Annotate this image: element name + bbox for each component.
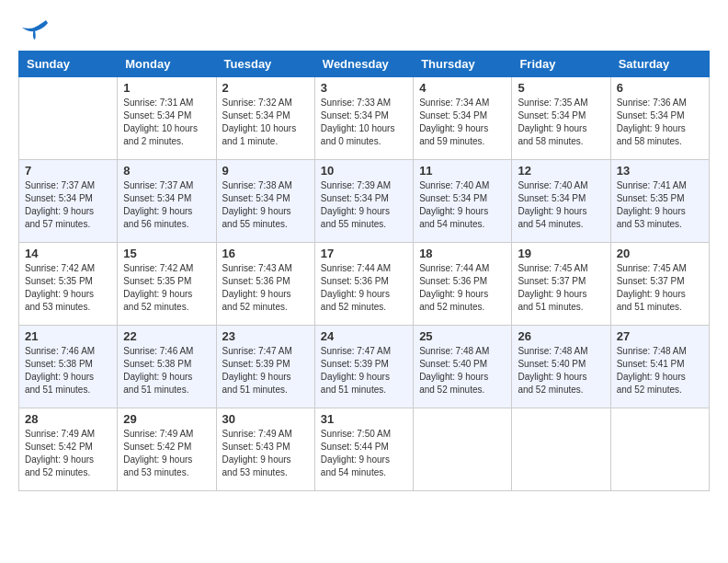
day-info: Sunrise: 7:35 AMSunset: 5:34 PMDaylight:… bbox=[518, 97, 604, 148]
day-number: 15 bbox=[123, 247, 210, 260]
day-number: 30 bbox=[222, 412, 309, 426]
calendar-cell: 27Sunrise: 7:48 AMSunset: 5:41 PMDayligh… bbox=[610, 326, 709, 408]
day-number: 1 bbox=[123, 81, 210, 95]
calendar-cell: 17Sunrise: 7:44 AMSunset: 5:36 PMDayligh… bbox=[314, 243, 413, 326]
day-info: Sunrise: 7:47 AMSunset: 5:39 PMDaylight:… bbox=[222, 345, 309, 396]
weekday-header-thursday: Thursday bbox=[414, 52, 512, 77]
day-number: 2 bbox=[222, 81, 309, 95]
day-info: Sunrise: 7:47 AMSunset: 5:39 PMDaylight:… bbox=[321, 345, 407, 396]
calendar-cell: 18Sunrise: 7:44 AMSunset: 5:36 PMDayligh… bbox=[414, 243, 512, 326]
calendar-cell: 3Sunrise: 7:33 AMSunset: 5:34 PMDaylight… bbox=[314, 77, 413, 160]
page-header bbox=[18, 18, 710, 41]
day-info: Sunrise: 7:39 AMSunset: 5:34 PMDaylight:… bbox=[321, 179, 407, 231]
day-number: 24 bbox=[321, 329, 407, 343]
weekday-header-friday: Friday bbox=[512, 52, 610, 77]
day-info: Sunrise: 7:49 AMSunset: 5:42 PMDaylight:… bbox=[25, 428, 111, 479]
calendar-cell: 16Sunrise: 7:43 AMSunset: 5:36 PMDayligh… bbox=[216, 243, 314, 326]
calendar-cell: 10Sunrise: 7:39 AMSunset: 5:34 PMDayligh… bbox=[314, 160, 413, 243]
day-number: 29 bbox=[123, 412, 210, 426]
calendar-cell: 13Sunrise: 7:41 AMSunset: 5:35 PMDayligh… bbox=[610, 160, 709, 243]
calendar-cell bbox=[19, 77, 118, 160]
day-info: Sunrise: 7:32 AMSunset: 5:34 PMDaylight:… bbox=[222, 97, 309, 148]
weekday-header-monday: Monday bbox=[118, 52, 216, 77]
day-number: 6 bbox=[617, 81, 703, 95]
day-number: 4 bbox=[419, 81, 506, 95]
day-info: Sunrise: 7:40 AMSunset: 5:34 PMDaylight:… bbox=[518, 179, 604, 231]
day-number: 12 bbox=[518, 164, 604, 178]
day-number: 17 bbox=[321, 247, 407, 260]
day-number: 7 bbox=[25, 164, 111, 178]
day-number: 28 bbox=[25, 412, 111, 426]
day-info: Sunrise: 7:33 AMSunset: 5:34 PMDaylight:… bbox=[321, 97, 407, 148]
day-number: 18 bbox=[419, 247, 506, 260]
day-info: Sunrise: 7:50 AMSunset: 5:44 PMDaylight:… bbox=[321, 428, 407, 479]
day-info: Sunrise: 7:46 AMSunset: 5:38 PMDaylight:… bbox=[25, 345, 111, 396]
calendar-cell: 23Sunrise: 7:47 AMSunset: 5:39 PMDayligh… bbox=[216, 326, 314, 408]
calendar-cell: 14Sunrise: 7:42 AMSunset: 5:35 PMDayligh… bbox=[19, 243, 118, 326]
weekday-header-wednesday: Wednesday bbox=[314, 52, 413, 77]
day-info: Sunrise: 7:31 AMSunset: 5:34 PMDaylight:… bbox=[123, 97, 210, 148]
calendar-cell: 25Sunrise: 7:48 AMSunset: 5:40 PMDayligh… bbox=[414, 326, 512, 408]
day-number: 20 bbox=[617, 247, 703, 260]
day-info: Sunrise: 7:37 AMSunset: 5:34 PMDaylight:… bbox=[25, 179, 111, 231]
day-info: Sunrise: 7:37 AMSunset: 5:34 PMDaylight:… bbox=[123, 179, 210, 231]
calendar-table: SundayMondayTuesdayWednesdayThursdayFrid… bbox=[18, 51, 710, 491]
day-number: 14 bbox=[25, 247, 111, 260]
week-row-4: 21Sunrise: 7:46 AMSunset: 5:38 PMDayligh… bbox=[19, 326, 710, 408]
day-number: 13 bbox=[617, 164, 703, 178]
day-info: Sunrise: 7:43 AMSunset: 5:36 PMDaylight:… bbox=[222, 262, 309, 314]
day-number: 25 bbox=[419, 329, 506, 343]
calendar-cell: 31Sunrise: 7:50 AMSunset: 5:44 PMDayligh… bbox=[314, 408, 413, 491]
day-number: 3 bbox=[321, 81, 407, 95]
week-row-2: 7Sunrise: 7:37 AMSunset: 5:34 PMDaylight… bbox=[19, 160, 710, 243]
calendar-cell: 29Sunrise: 7:49 AMSunset: 5:42 PMDayligh… bbox=[118, 408, 216, 491]
day-info: Sunrise: 7:46 AMSunset: 5:38 PMDaylight:… bbox=[123, 345, 210, 396]
day-info: Sunrise: 7:48 AMSunset: 5:40 PMDaylight:… bbox=[518, 345, 604, 396]
day-number: 21 bbox=[25, 329, 111, 343]
weekday-header-saturday: Saturday bbox=[610, 52, 709, 77]
calendar-cell: 4Sunrise: 7:34 AMSunset: 5:34 PMDaylight… bbox=[414, 77, 512, 160]
day-info: Sunrise: 7:36 AMSunset: 5:34 PMDaylight:… bbox=[617, 97, 703, 148]
day-number: 27 bbox=[617, 329, 703, 343]
calendar-cell bbox=[414, 408, 512, 491]
calendar-cell: 22Sunrise: 7:46 AMSunset: 5:38 PMDayligh… bbox=[118, 326, 216, 408]
day-number: 26 bbox=[518, 329, 604, 343]
calendar-cell: 19Sunrise: 7:45 AMSunset: 5:37 PMDayligh… bbox=[512, 243, 610, 326]
calendar-cell bbox=[610, 408, 709, 491]
calendar-cell: 11Sunrise: 7:40 AMSunset: 5:34 PMDayligh… bbox=[414, 160, 512, 243]
day-info: Sunrise: 7:45 AMSunset: 5:37 PMDaylight:… bbox=[518, 262, 604, 314]
calendar-cell: 26Sunrise: 7:48 AMSunset: 5:40 PMDayligh… bbox=[512, 326, 610, 408]
day-info: Sunrise: 7:41 AMSunset: 5:35 PMDaylight:… bbox=[617, 179, 703, 231]
calendar-cell: 7Sunrise: 7:37 AMSunset: 5:34 PMDaylight… bbox=[19, 160, 118, 243]
calendar-cell: 20Sunrise: 7:45 AMSunset: 5:37 PMDayligh… bbox=[610, 243, 709, 326]
day-number: 11 bbox=[419, 164, 506, 178]
day-info: Sunrise: 7:44 AMSunset: 5:36 PMDaylight:… bbox=[321, 262, 407, 314]
day-number: 16 bbox=[222, 247, 309, 260]
day-info: Sunrise: 7:42 AMSunset: 5:35 PMDaylight:… bbox=[25, 262, 111, 314]
day-info: Sunrise: 7:34 AMSunset: 5:34 PMDaylight:… bbox=[419, 97, 506, 148]
calendar-cell: 15Sunrise: 7:42 AMSunset: 5:35 PMDayligh… bbox=[118, 243, 216, 326]
logo-bird-icon bbox=[20, 18, 48, 41]
calendar-cell: 1Sunrise: 7:31 AMSunset: 5:34 PMDaylight… bbox=[118, 77, 216, 160]
calendar-cell bbox=[512, 408, 610, 491]
day-info: Sunrise: 7:49 AMSunset: 5:43 PMDaylight:… bbox=[222, 428, 309, 479]
day-info: Sunrise: 7:38 AMSunset: 5:34 PMDaylight:… bbox=[222, 179, 309, 231]
calendar-cell: 8Sunrise: 7:37 AMSunset: 5:34 PMDaylight… bbox=[118, 160, 216, 243]
day-info: Sunrise: 7:48 AMSunset: 5:41 PMDaylight:… bbox=[617, 345, 703, 396]
day-number: 22 bbox=[123, 329, 210, 343]
day-number: 9 bbox=[222, 164, 309, 178]
day-number: 8 bbox=[123, 164, 210, 178]
calendar-cell: 2Sunrise: 7:32 AMSunset: 5:34 PMDaylight… bbox=[216, 77, 314, 160]
calendar-cell: 28Sunrise: 7:49 AMSunset: 5:42 PMDayligh… bbox=[19, 408, 118, 491]
weekday-header-tuesday: Tuesday bbox=[216, 52, 314, 77]
day-info: Sunrise: 7:40 AMSunset: 5:34 PMDaylight:… bbox=[419, 179, 506, 231]
calendar-cell: 9Sunrise: 7:38 AMSunset: 5:34 PMDaylight… bbox=[216, 160, 314, 243]
day-info: Sunrise: 7:48 AMSunset: 5:40 PMDaylight:… bbox=[419, 345, 506, 396]
day-number: 5 bbox=[518, 81, 604, 95]
logo bbox=[18, 18, 48, 41]
calendar-cell: 21Sunrise: 7:46 AMSunset: 5:38 PMDayligh… bbox=[19, 326, 118, 408]
calendar-cell: 30Sunrise: 7:49 AMSunset: 5:43 PMDayligh… bbox=[216, 408, 314, 491]
calendar-cell: 6Sunrise: 7:36 AMSunset: 5:34 PMDaylight… bbox=[610, 77, 709, 160]
week-row-3: 14Sunrise: 7:42 AMSunset: 5:35 PMDayligh… bbox=[19, 243, 710, 326]
weekday-header-row: SundayMondayTuesdayWednesdayThursdayFrid… bbox=[19, 52, 710, 77]
